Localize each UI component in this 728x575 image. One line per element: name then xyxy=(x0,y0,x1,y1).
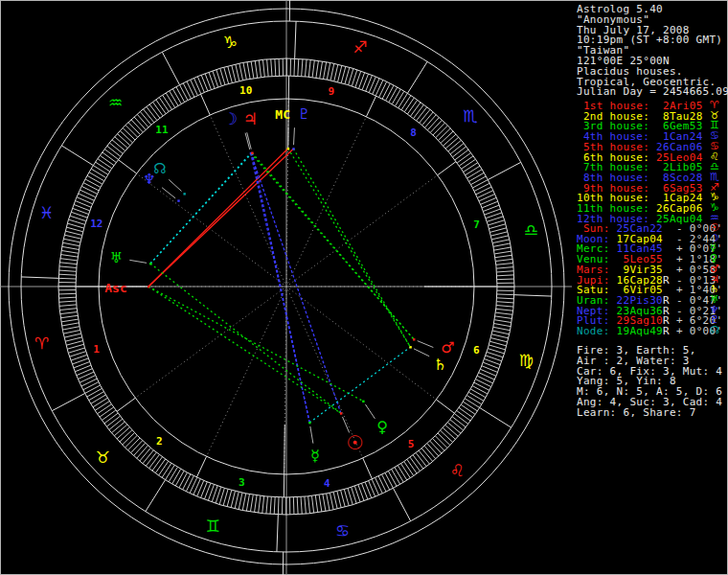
degree-tick xyxy=(392,470,400,485)
sun-icon: ☉ xyxy=(346,431,363,454)
degree-tick xyxy=(134,117,146,129)
degree-tick xyxy=(128,123,140,135)
jupiter-icon: ♃ xyxy=(243,109,258,128)
degree-tick xyxy=(392,89,400,104)
sign-boundary-line xyxy=(393,488,410,520)
degree-tick xyxy=(407,459,417,473)
house-cusp-line xyxy=(118,160,136,173)
degree-tick xyxy=(320,61,323,79)
degree-tick xyxy=(61,319,79,322)
degree-tick xyxy=(149,104,160,118)
sun-pointer-line xyxy=(343,417,350,433)
degree-tick xyxy=(89,172,104,181)
degree-tick xyxy=(489,341,506,346)
degree-tick xyxy=(59,301,77,302)
degree-tick xyxy=(425,115,437,128)
degree-tick xyxy=(262,59,264,77)
degree-tick xyxy=(87,388,102,397)
degree-tick xyxy=(266,496,268,514)
degree-tick xyxy=(457,152,471,163)
degree-tick xyxy=(131,120,143,132)
degree-tick xyxy=(373,79,379,94)
degree-tick xyxy=(59,305,77,307)
degree-tick xyxy=(61,250,79,253)
degree-tick xyxy=(344,490,349,506)
header-line-8: Julian Day = 2454665.0965 xyxy=(577,87,727,98)
north-node-icon: ☊ xyxy=(710,326,719,336)
degree-tick xyxy=(66,341,82,346)
degree-tick xyxy=(490,228,507,233)
degree-tick xyxy=(183,83,191,99)
degree-tick xyxy=(421,448,433,462)
degree-tick xyxy=(242,494,245,511)
degree-tick xyxy=(401,464,411,478)
degree-tick xyxy=(489,345,505,350)
degree-tick xyxy=(450,143,464,153)
degree-tick xyxy=(341,491,346,507)
house-number-12: 12 xyxy=(90,218,102,230)
degree-tick xyxy=(80,190,95,197)
degree-tick xyxy=(243,62,246,80)
pisces-icon: ♓ xyxy=(39,203,54,222)
degree-tick xyxy=(330,493,333,510)
neptune-position-dot xyxy=(177,199,179,201)
degree-tick xyxy=(93,398,107,407)
degree-tick xyxy=(450,420,464,430)
degree-tick xyxy=(385,472,393,488)
degree-tick xyxy=(187,81,194,97)
degree-tick xyxy=(316,60,319,78)
degree-tick xyxy=(262,496,264,514)
saturn-position-dot xyxy=(409,346,411,348)
degree-tick xyxy=(491,334,509,338)
house-cusp-line xyxy=(438,161,456,174)
axis-stub-line xyxy=(283,552,284,575)
degree-tick xyxy=(91,395,105,403)
degree-tick xyxy=(467,170,482,178)
degree-tick xyxy=(172,469,181,484)
stats-line-6: Learn: 6, Share: 7 xyxy=(577,408,727,419)
degree-tick xyxy=(416,453,426,467)
degree-tick xyxy=(476,380,491,387)
retrograde-flag: R xyxy=(663,325,670,337)
degree-tick xyxy=(104,413,118,424)
degree-tick xyxy=(95,402,109,411)
degree-tick xyxy=(492,240,510,243)
house-cusp-spoke xyxy=(286,175,438,287)
sign-boundary-line xyxy=(277,515,278,552)
degree-tick xyxy=(375,80,383,95)
degree-tick xyxy=(472,386,488,394)
degree-tick xyxy=(98,159,112,169)
axis-stub-line xyxy=(289,0,290,21)
degree-tick xyxy=(250,494,253,512)
house-cusp-line xyxy=(200,94,210,115)
degree-tick xyxy=(275,58,276,76)
degree-tick xyxy=(109,143,123,153)
degree-tick xyxy=(311,495,313,513)
degree-tick xyxy=(255,495,258,513)
ascendant-position-dot xyxy=(148,286,149,288)
degree-tick xyxy=(496,302,513,303)
saturn-icon: ♄ xyxy=(434,356,447,374)
mercury-icon: ☿ xyxy=(310,447,320,465)
degree-tick xyxy=(180,85,188,101)
degree-tick xyxy=(147,106,157,120)
degree-tick xyxy=(293,497,294,515)
sign-boundary-line xyxy=(407,61,427,93)
venus-icon: ♀ xyxy=(376,418,388,436)
degree-tick xyxy=(445,137,459,149)
degree-tick xyxy=(441,131,453,143)
degree-tick xyxy=(496,263,513,264)
degree-tick xyxy=(112,140,125,151)
degree-tick xyxy=(378,476,386,492)
degree-tick xyxy=(155,459,165,473)
degree-tick xyxy=(183,474,191,490)
degree-tick xyxy=(294,58,295,76)
sign-boundary-line xyxy=(480,407,512,427)
house-number-6: 6 xyxy=(473,344,480,356)
sign-boundary-line xyxy=(146,480,166,512)
degree-tick xyxy=(382,474,390,490)
degree-tick xyxy=(496,309,513,310)
degree-tick xyxy=(115,137,128,149)
house-cusp-line xyxy=(436,400,454,413)
neptune-pointer-line xyxy=(162,188,175,198)
